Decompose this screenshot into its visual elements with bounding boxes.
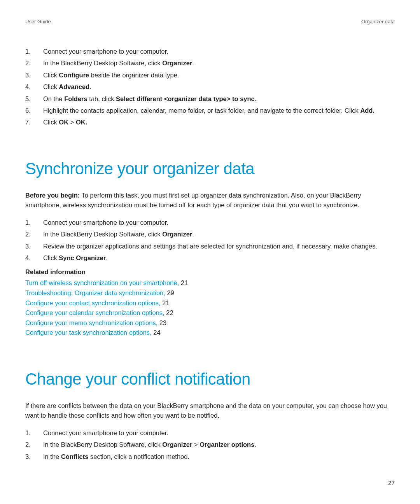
heading-conflict: Change your conflict notification [25, 370, 395, 388]
bold-conflicts: Conflicts [61, 453, 89, 460]
step-text: > [68, 119, 76, 126]
conflict-step-2: In the BlackBerry Desktop Software, clic… [25, 439, 395, 450]
bold-advanced: Advanced [59, 83, 89, 90]
related-link-row: Configure your task synchronization opti… [25, 328, 395, 338]
sync-step-2: In the BlackBerry Desktop Software, clic… [25, 229, 395, 239]
step-text: In the [43, 453, 61, 460]
sync-step-1: Connect your smartphone to your computer… [25, 217, 395, 228]
step-6: Highlight the contacts application, cale… [25, 105, 395, 116]
related-information-heading: Related information [25, 268, 395, 276]
sync-steps-list: Connect your smartphone to your computer… [25, 217, 395, 263]
related-link-row: Configure your memo synchronization opti… [25, 318, 395, 328]
related-link[interactable]: Configure your contact synchronization o… [25, 299, 161, 306]
bold-sync-organizer: Sync Organizer [59, 254, 106, 261]
step-5: On the Folders tab, click Select differe… [25, 94, 395, 104]
step-text: Connect your smartphone to your computer… [43, 48, 168, 55]
related-page: 22 [164, 309, 173, 316]
step-text: In the BlackBerry Desktop Software, clic… [43, 60, 162, 66]
related-link[interactable]: Configure your task synchronization opti… [25, 329, 152, 336]
step-text: . [192, 231, 194, 238]
bold-add: Add. [360, 107, 374, 114]
step-text: . [255, 95, 257, 102]
step-text: Click [43, 83, 59, 90]
related-page: 29 [165, 289, 174, 296]
step-text: In the BlackBerry Desktop Software, clic… [43, 441, 162, 448]
step-3: Click Configure beside the organizer dat… [25, 70, 395, 80]
bold-organizer: Organizer [162, 231, 192, 238]
step-text: > [192, 441, 200, 448]
step-text: Review the organizer applications and se… [43, 243, 377, 250]
bold-organizer-options: Organizer options [200, 441, 254, 448]
page-header: User Guide Organizer data [25, 19, 395, 24]
header-left: User Guide [25, 19, 51, 24]
step-text: . [192, 60, 194, 66]
bold-ok2: OK. [76, 119, 87, 126]
related-link-row: Configure your contact synchronization o… [25, 298, 395, 308]
step-text: . [106, 254, 108, 261]
related-page: 21 [179, 279, 188, 286]
sync-step-4: Click Sync Organizer. [25, 253, 395, 263]
related-page: 21 [161, 299, 170, 306]
related-link-row: Troubleshooting: Organizer data synchron… [25, 288, 395, 298]
step-text: Connect your smartphone to your computer… [43, 219, 168, 226]
sync-step-3: Review the organizer applications and se… [25, 241, 395, 251]
step-text: . [254, 441, 256, 448]
related-link-row: Configure your calendar synchronization … [25, 308, 395, 318]
bold-before-you-begin: Before you begin: [25, 192, 80, 199]
bold-configure: Configure [59, 72, 89, 79]
conflict-step-3: In the Conflicts section, click a notifi… [25, 452, 395, 462]
conflict-step-1: Connect your smartphone to your computer… [25, 428, 395, 438]
related-link-row: Turn off wireless synchronization on you… [25, 278, 395, 288]
conflict-steps-list: Connect your smartphone to your computer… [25, 428, 395, 462]
related-page: 23 [158, 319, 166, 326]
bold-organizer: Organizer [162, 441, 192, 448]
bold-ok1: OK [59, 119, 68, 126]
step-2: In the BlackBerry Desktop Software, clic… [25, 58, 395, 68]
bold-select-different: Select different <organizer data type> t… [116, 95, 255, 102]
step-4: Click Advanced. [25, 82, 395, 92]
related-links-list: Turn off wireless synchronization on you… [25, 278, 395, 338]
top-steps-list: Connect your smartphone to your computer… [25, 46, 395, 128]
step-7: Click OK > OK. [25, 117, 395, 127]
related-link[interactable]: Configure your calendar synchronization … [25, 309, 164, 316]
step-text: Click [43, 254, 59, 261]
sync-intro: Before you begin: To perform this task, … [25, 191, 395, 210]
step-text: Highlight the contacts application, cale… [43, 107, 360, 114]
related-link[interactable]: Configure your memo synchronization opti… [25, 319, 158, 326]
step-text: . [89, 83, 91, 90]
related-page: 24 [152, 329, 161, 336]
step-text: Connect your smartphone to your computer… [43, 429, 168, 436]
step-text: tab, click [88, 95, 116, 102]
step-text: In the BlackBerry Desktop Software, clic… [43, 231, 162, 238]
heading-synchronize: Synchronize your organizer data [25, 159, 395, 178]
step-1: Connect your smartphone to your computer… [25, 46, 395, 56]
bold-organizer: Organizer [162, 60, 192, 66]
step-text: section, click a notification method. [88, 453, 189, 460]
step-text: Click [43, 72, 59, 79]
related-link[interactable]: Turn off wireless synchronization on you… [25, 279, 179, 286]
bold-folders: Folders [64, 95, 88, 102]
step-text: Click [43, 119, 59, 126]
page-number: 27 [388, 480, 395, 486]
conflict-intro: If there are conflicts between the data … [25, 401, 395, 421]
related-link[interactable]: Troubleshooting: Organizer data synchron… [25, 289, 165, 296]
header-right: Organizer data [361, 19, 395, 24]
step-text: beside the organizer data type. [89, 72, 179, 79]
step-text: On the [43, 95, 64, 102]
